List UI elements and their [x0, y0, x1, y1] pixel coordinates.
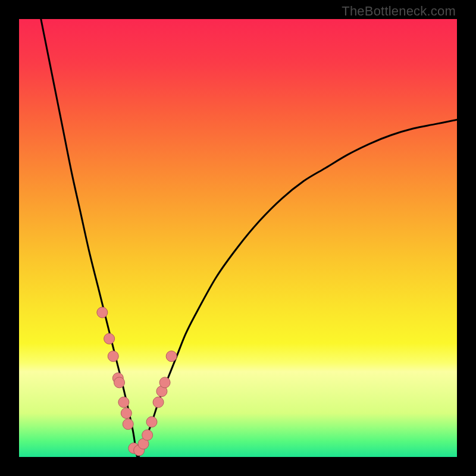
sample-dot [153, 397, 164, 408]
sample-dot [108, 351, 118, 362]
sample-dot [121, 408, 131, 418]
watermark-text: TheBottleneck.com [342, 4, 456, 19]
sample-dot [166, 351, 177, 362]
chart-frame: TheBottleneck.com [0, 0, 476, 476]
sample-dot [118, 397, 129, 408]
sample-dot [114, 377, 125, 388]
chart-svg [19, 19, 457, 457]
sample-dot [123, 419, 133, 430]
plot-area [19, 19, 457, 457]
sample-dot [159, 377, 170, 388]
sample-dot [104, 333, 115, 344]
sample-dot [97, 307, 108, 318]
sample-dot [146, 416, 157, 427]
bottleneck-curve [41, 19, 457, 457]
sample-dot [142, 430, 153, 440]
